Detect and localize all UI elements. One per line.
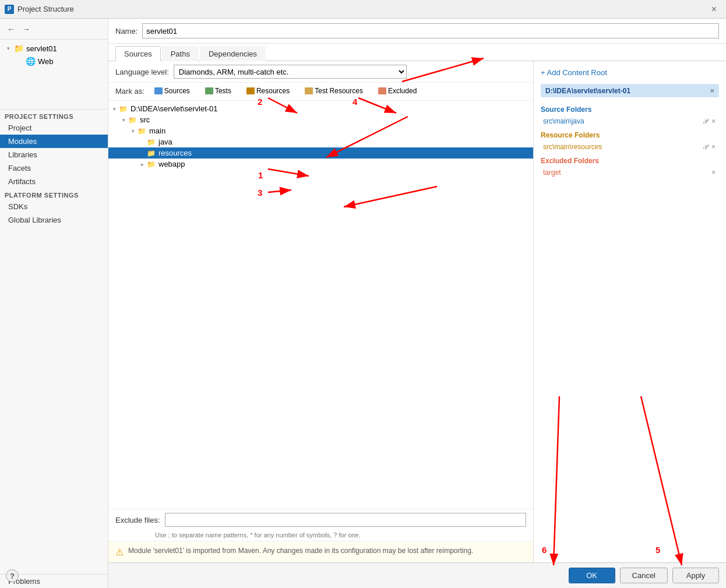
sidebar-item-libraries[interactable]: Libraries (0, 148, 108, 161)
warning-row: ⚠ Module 'servlet01' is imported from Ma… (108, 541, 533, 562)
resources-folder-icon: 📁 (147, 149, 156, 157)
sidebar-label-libraries: Libraries (8, 150, 37, 159)
sidebar-label-global-libraries: Global Libraries (8, 216, 61, 224)
webapp-label: webapp (158, 160, 185, 168)
language-level-row: Language level: Diamonds, ARM, multi-cat… (108, 61, 533, 83)
bottom-bar: OK Cancel Apply (108, 562, 726, 588)
ftree-src[interactable]: ▾ 📁 src (108, 114, 533, 125)
ftree-java[interactable]: 📁 java (108, 136, 533, 147)
tests-dot (205, 87, 213, 94)
app-icon: P (5, 5, 14, 14)
sidebar-toolbar: ← → (0, 19, 108, 40)
resource-entry-actions: 𝒫 × (702, 143, 717, 151)
src-label: src (140, 115, 150, 124)
project-settings-header: Project Settings (0, 110, 108, 121)
webapp-expand-icon: ▸ (139, 161, 146, 167)
resource-remove-button[interactable]: × (710, 143, 717, 151)
excluded-dot (378, 87, 386, 94)
tab-dependencies[interactable]: Dependencies (200, 46, 266, 61)
mark-excluded-button[interactable]: Excluded (373, 85, 422, 97)
mark-tests-button[interactable]: Tests (200, 85, 237, 97)
sidebar-item-global-libraries[interactable]: Global Libraries (0, 213, 108, 227)
resource-edit-button[interactable]: 𝒫 (702, 143, 709, 151)
sidebar-item-project[interactable]: Project (0, 121, 108, 135)
sidebar-tree-web[interactable]: ▸ 🌐 Web (0, 55, 108, 68)
main-content: Name: Sources Paths Dependencies Languag… (108, 19, 726, 588)
mark-resources-button[interactable]: Resources (241, 85, 295, 97)
expand-icon: ▾ (5, 45, 12, 51)
close-button[interactable]: × (707, 2, 721, 17)
apply-button[interactable]: Apply (672, 568, 719, 583)
resource-folders-title: Resource Folders (541, 131, 719, 139)
ok-button[interactable]: OK (569, 568, 615, 583)
sidebar-item-artifacts[interactable]: Artifacts (0, 175, 108, 188)
name-input[interactable] (142, 23, 719, 38)
sidebar-item-modules[interactable]: Modules (0, 135, 108, 148)
sidebar-label-facets: Facets (8, 164, 31, 172)
root-folder-icon: 📁 (119, 105, 128, 113)
src-folder-icon: 📁 (128, 116, 137, 124)
excluded-folders-title: Excluded Folders (541, 157, 719, 165)
source-entry-actions: 𝒫 × (702, 117, 717, 125)
nav-forward-button[interactable]: → (20, 23, 33, 36)
content-panels: Language level: Diamonds, ARM, multi-cat… (108, 61, 726, 562)
ftree-resources[interactable]: 📁 resources (108, 147, 533, 159)
resource-folder-entry: src\main\resources 𝒫 × (541, 142, 719, 152)
test-resources-dot (305, 87, 313, 94)
mark-as-row: Mark as: Sources Tests Resources (108, 83, 533, 101)
root-path: D:\IDEA\servlet\servlet-01 (131, 104, 218, 113)
tab-sources[interactable]: Sources (115, 46, 161, 61)
exclude-files-label: Exclude files: (115, 516, 160, 524)
right-panel: + Add Content Root D:\IDEA\servlet\servl… (534, 61, 726, 562)
web-folder-icon: 🌐 (26, 57, 36, 66)
content-root-close-button[interactable]: × (710, 86, 714, 95)
add-content-root-button[interactable]: + Add Content Root (541, 66, 719, 79)
exclude-files-input[interactable] (165, 513, 526, 527)
source-edit-button[interactable]: 𝒫 (702, 117, 709, 125)
source-remove-button[interactable]: × (710, 117, 717, 125)
resource-path: src\main\resources (543, 143, 699, 151)
excluded-remove-button[interactable]: × (710, 168, 717, 177)
ftree-main[interactable]: ▾ 📁 main (108, 125, 533, 136)
sidebar: ← → ▾ 📁 servlet01 ▸ 🌐 Web Project Settin… (0, 19, 108, 588)
main-container: ← → ▾ 📁 servlet01 ▸ 🌐 Web Project Settin… (0, 19, 726, 588)
name-row: Name: (108, 19, 726, 44)
exclude-files-row: Exclude files: (108, 509, 533, 530)
mark-as-label: Mark as: (115, 87, 145, 96)
nav-back-button[interactable]: ← (5, 23, 17, 36)
resources-dot (246, 87, 255, 94)
language-level-select[interactable]: Diamonds, ARM, multi-catch etc. (174, 65, 407, 79)
title-bar-left: P Project Structure (5, 5, 74, 14)
sidebar-label-project: Project (8, 124, 31, 132)
title-bar: P Project Structure × (0, 0, 726, 19)
help-button[interactable]: ? (6, 569, 19, 582)
sidebar-item-facets[interactable]: Facets (0, 161, 108, 175)
tree-web-label: Web (38, 57, 54, 66)
main-expand-icon: ▾ (129, 128, 136, 134)
java-folder-icon: 📁 (147, 138, 156, 146)
name-label: Name: (115, 27, 138, 36)
source-path: src\main\java (543, 117, 699, 125)
mark-test-resources-button[interactable]: Test Resources (299, 85, 368, 97)
ftree-webapp[interactable]: ▸ 📁 webapp (108, 159, 533, 170)
warning-icon: ⚠ (115, 547, 124, 558)
module-folder-icon: 📁 (14, 44, 24, 53)
source-folders-title: Source Folders (541, 105, 719, 114)
content-root-header: D:\IDEA\servlet\servlet-01 × (541, 84, 719, 97)
tab-paths[interactable]: Paths (162, 46, 199, 61)
left-panel: Language level: Diamonds, ARM, multi-cat… (108, 61, 534, 562)
sidebar-tree-servlet01[interactable]: ▾ 📁 servlet01 (0, 42, 108, 55)
mark-sources-button[interactable]: Sources (149, 85, 195, 97)
root-expand-icon: ▾ (111, 106, 118, 112)
webapp-folder-icon: 📁 (147, 160, 156, 168)
expand-icon: ▸ (16, 58, 23, 64)
sidebar-label-modules: Modules (8, 137, 37, 146)
module-tree-label: servlet01 (26, 44, 57, 53)
tabs-bar: Sources Paths Dependencies (108, 44, 726, 61)
sidebar-item-sdks[interactable]: SDKs (0, 200, 108, 213)
cancel-button[interactable]: Cancel (620, 568, 668, 583)
file-tree: ▾ 📁 D:\IDEA\servlet\servlet-01 ▾ 📁 src ▾… (108, 101, 533, 509)
ftree-root[interactable]: ▾ 📁 D:\IDEA\servlet\servlet-01 (108, 103, 533, 114)
source-folder-entry: src\main\java 𝒫 × (541, 116, 719, 126)
resources-label: resources (158, 149, 192, 157)
